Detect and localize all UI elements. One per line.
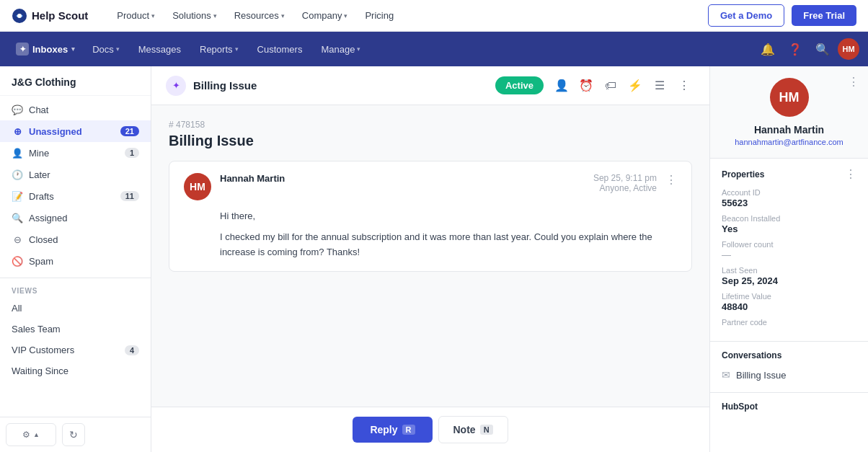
user-avatar[interactable]: HM — [838, 38, 859, 60]
sidebar-item-mine[interactable]: 👤 Mine 1 — [0, 142, 151, 164]
properties-section: Properties ⋮ Account ID 55623 Beacon Ins… — [710, 159, 868, 342]
prop-partner: Partner code — [722, 318, 856, 327]
envelope-icon: ✉ — [722, 369, 730, 381]
drafts-icon: 📝 — [12, 190, 23, 202]
contact-email[interactable]: hannahmartin@artfinance.com — [722, 138, 856, 146]
snooze-icon[interactable]: ⏰ — [575, 75, 597, 97]
conversation-area: ✦ Billing Issue Active 👤 ⏰ 🏷 ⚡ ☰ ⋮ # 478… — [151, 66, 709, 452]
sidebar-views-label: VIEWS — [0, 281, 151, 298]
app-nav-messages[interactable]: Messages — [130, 32, 190, 66]
conversations-title: Conversations — [722, 350, 856, 360]
app-nav-manage[interactable]: Manage ▾ — [312, 32, 369, 66]
message-line1: Hi there, — [220, 209, 677, 224]
chat-icon: 💬 — [12, 104, 23, 115]
conv-item-billing[interactable]: ✉ Billing Issue — [722, 366, 856, 384]
sidebar-item-sales-team[interactable]: Sales Team — [0, 319, 151, 340]
sidebar-item-drafts[interactable]: 📝 Drafts 11 — [0, 185, 151, 207]
logo[interactable]: Help Scout — [12, 8, 88, 24]
prop-account-id-value: 55623 — [722, 198, 856, 208]
get-demo-button[interactable]: Get a Demo — [708, 4, 784, 27]
sidebar-divider — [0, 278, 151, 278]
right-panel: ⋮ HM Hannah Martin hannahmartin@artfinan… — [709, 66, 868, 452]
app-nav-customers[interactable]: Customers — [249, 32, 311, 66]
message-line2: I checked my bill for the annual subscri… — [220, 230, 677, 260]
conv-item-label: Billing Issue — [736, 370, 786, 381]
contact-more-button[interactable]: ⋮ — [848, 75, 859, 89]
hubspot-title: HubSpot — [722, 402, 856, 412]
later-icon: 🕐 — [12, 169, 23, 180]
app-nav: ✦ Inboxes ▾ Docs ▾ Messages Reports ▾ Cu… — [0, 32, 868, 66]
assigned-icon: 🔍 — [12, 212, 23, 223]
status-badge[interactable]: Active — [495, 76, 544, 94]
nav-link-pricing[interactable]: Pricing — [356, 0, 402, 32]
message-timestamp: Sep 25, 9:11 pm — [593, 173, 657, 183]
gear-icon: ⚙ — [22, 430, 30, 440]
reply-key-badge: R — [402, 425, 415, 435]
prop-account-id-label: Account ID — [722, 188, 856, 197]
prop-lifetime-label: Lifetime Value — [722, 292, 856, 301]
properties-header: Properties ⋮ — [722, 167, 856, 181]
refresh-button[interactable]: ↻ — [62, 423, 85, 446]
sidebar-item-unassigned[interactable]: ⊕ Unassigned 21 — [0, 120, 151, 142]
hubspot-section: HubSpot — [710, 393, 868, 420]
settings-button[interactable]: ⚙ ▲ — [6, 423, 56, 446]
sidebar-item-later[interactable]: 🕐 Later — [0, 164, 151, 185]
more-icon[interactable]: ⋮ — [673, 75, 695, 97]
search-icon[interactable]: 🔍 — [810, 37, 835, 61]
chevron-down-icon: ▾ — [281, 12, 285, 19]
assign-icon[interactable]: 👤 — [551, 75, 572, 97]
mine-badge: 1 — [125, 148, 139, 158]
sidebar-item-closed[interactable]: ⊖ Closed — [0, 229, 151, 250]
prop-last-seen: Last Seen Sep 25, 2024 — [722, 266, 856, 286]
prop-beacon-value: Yes — [722, 223, 856, 234]
message-body: Hi there, I checked my bill for the annu… — [184, 209, 677, 260]
nav-link-company[interactable]: Company ▾ — [293, 0, 357, 32]
prop-beacon-label: Beacon Installed — [722, 214, 856, 223]
prop-lifetime-value: 48840 — [722, 301, 856, 312]
notifications-icon[interactable]: 🔔 — [756, 37, 780, 61]
menu-icon[interactable]: ☰ — [649, 75, 670, 97]
app-nav-docs[interactable]: Docs ▾ — [84, 32, 128, 66]
vip-badge: 4 — [125, 345, 139, 355]
sidebar-item-all[interactable]: All — [0, 298, 151, 319]
tag-icon[interactable]: 🏷 — [600, 75, 621, 97]
help-icon[interactable]: ❓ — [783, 37, 807, 61]
chevron-down-icon: ▾ — [151, 12, 155, 19]
message-header: HM Hannah Martin Sep 25, 9:11 pm Anyone,… — [184, 173, 677, 200]
chevron-down-icon: ▾ — [344, 12, 347, 19]
message-more-icon[interactable]: ⋮ — [665, 173, 677, 187]
app-nav-reports[interactable]: Reports ▾ — [191, 32, 247, 66]
app-nav-inboxes[interactable]: ✦ Inboxes ▾ — [9, 32, 82, 66]
sidebar-item-chat[interactable]: 💬 Chat — [0, 99, 151, 120]
sidebar-item-vip-customers[interactable]: VIP Customers 4 — [0, 340, 151, 360]
sidebar: J&G Clothing 💬 Chat ⊕ Unassigned 21 👤 Mi… — [0, 66, 151, 452]
sidebar-item-waiting-since[interactable]: Waiting Since — [0, 360, 151, 381]
sidebar-item-assigned[interactable]: 🔍 Assigned — [0, 207, 151, 229]
inboxes-icon: ✦ — [16, 43, 29, 56]
sidebar-item-spam[interactable]: 🚫 Spam — [0, 250, 151, 272]
properties-more-icon[interactable]: ⋮ — [845, 167, 856, 181]
contact-name: Hannah Martin — [722, 124, 856, 136]
nav-link-solutions[interactable]: Solutions ▾ — [164, 0, 225, 32]
free-trial-button[interactable]: Free Trial — [792, 5, 856, 26]
conv-header-icon: ✦ — [166, 76, 186, 96]
lightning-icon[interactable]: ⚡ — [624, 75, 646, 97]
reply-area: Reply R Note N — [151, 407, 709, 452]
prop-last-seen-label: Last Seen — [722, 266, 856, 275]
drafts-badge: 11 — [120, 191, 139, 201]
nav-link-resources[interactable]: Resources ▾ — [226, 0, 293, 32]
message-info: Hannah Martin — [220, 173, 585, 184]
note-button[interactable]: Note N — [438, 416, 508, 443]
settings-chevron: ▲ — [33, 431, 40, 438]
conversation-content: # 478158 Billing Issue HM Hannah Martin … — [151, 105, 709, 407]
reply-button[interactable]: Reply R — [353, 417, 432, 443]
ticket-meta: # 478158 — [169, 120, 692, 130]
sidebar-footer: ⚙ ▲ ↻ — [0, 417, 151, 452]
logo-text: Help Scout — [32, 9, 88, 22]
nav-link-product[interactable]: Product ▾ — [108, 0, 164, 32]
top-nav-right: Get a Demo Free Trial — [708, 4, 856, 27]
prop-lifetime: Lifetime Value 48840 — [722, 292, 856, 312]
prop-follower: Follower count — — [722, 240, 856, 260]
sidebar-header: J&G Clothing — [0, 66, 151, 96]
conversation-header: ✦ Billing Issue Active 👤 ⏰ 🏷 ⚡ ☰ ⋮ — [151, 66, 709, 105]
